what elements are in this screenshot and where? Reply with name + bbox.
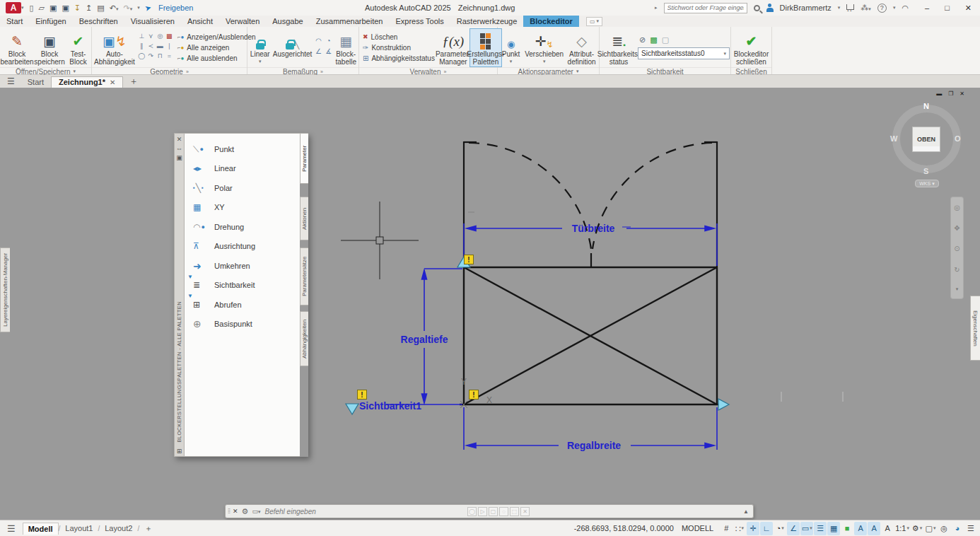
constraint-icons-grid[interactable]: ⊥⋎◎▩ ∥≺▬∣ ◯↷⊓=: [137, 28, 174, 67]
erstellungs-paletten-button[interactable]: Erstellungs-Paletten: [469, 28, 502, 67]
plot-icon[interactable]: ↧: [74, 4, 81, 13]
search-icon[interactable]: [754, 5, 760, 11]
navigation-bar[interactable]: ◎ ✥ ⊙ ↻ ▾: [950, 197, 964, 299]
alle-anzeigen-button[interactable]: ⌐●Alle anzeigen: [177, 44, 256, 52]
eigenschaften-tab[interactable]: Eigenschaften: [970, 296, 980, 361]
palette-properties-icon[interactable]: ▣: [176, 154, 182, 161]
tab-rasterwerkzeuge[interactable]: Rasterwerkzeuge: [450, 16, 524, 27]
polar-tracking-icon[interactable]: ◔▾: [774, 522, 786, 535]
tab-beschriften[interactable]: Beschriften: [73, 16, 124, 27]
close-button[interactable]: ✕: [965, 4, 972, 13]
space-indicator[interactable]: MODELL: [682, 524, 713, 532]
tab-visualisieren[interactable]: Visualisieren: [124, 16, 181, 27]
palette-item-ausrichtung[interactable]: ⊼ Ausrichtung: [185, 237, 300, 257]
graphics-performance-icon[interactable]: ◕: [951, 522, 964, 535]
autocad-logo[interactable]: A: [6, 2, 21, 13]
test-block-button[interactable]: ✔ Test-Block: [66, 28, 90, 67]
panel-label-aktionsparameter[interactable]: Aktionsparameter▾: [498, 67, 599, 76]
palette-item-abrufen[interactable]: ▼ ⊞ Abrufen: [185, 295, 300, 315]
open-file-icon[interactable]: ▱: [39, 4, 45, 13]
viewcube-top-face[interactable]: OBEN: [912, 127, 940, 152]
nav-zoom-icon[interactable]: ⊙: [954, 245, 959, 252]
search-history-icon[interactable]: ▸: [655, 5, 658, 11]
abhaengigkeitsstatus-button[interactable]: ⊞Abhängigkeitsstatus: [363, 54, 435, 62]
dim-label-regalbreite[interactable]: Regalbreite: [567, 440, 621, 451]
upload-icon[interactable]: ↥: [86, 4, 92, 13]
layout1-tab[interactable]: Layout1: [60, 523, 98, 534]
attributdefinition-button[interactable]: ◇ Attribut-definition: [566, 28, 597, 67]
palette-item-polar[interactable]: ▪╲▪ Polar: [185, 178, 300, 198]
share-label[interactable]: Freigeben: [158, 4, 194, 12]
ausgerichtet-button[interactable]: ╲ Ausgerichtet: [273, 28, 313, 67]
command-history-icon[interactable]: ▲: [743, 508, 749, 515]
constraint-warning-icons[interactable]: ! ! !: [358, 255, 479, 400]
command-prompt[interactable]: Befehl eingeben: [264, 508, 315, 515]
palette-close-icon[interactable]: ✕: [177, 136, 182, 143]
tab-ansicht[interactable]: Ansicht: [181, 16, 219, 27]
sichtbarkeitsstatus-button[interactable]: ≣▪ Sichtbarkeits-status: [601, 28, 636, 67]
nav-pan-icon[interactable]: ✥: [954, 224, 959, 232]
palette-item-sichtbarkeit[interactable]: ▼ ≣ Sichtbarkeit: [185, 276, 300, 296]
user-avatar-icon[interactable]: [766, 4, 774, 12]
block-speichern-button[interactable]: ▣ Block speichern: [34, 28, 65, 67]
palette-tab-parametersaetze[interactable]: Parametersätze: [300, 247, 308, 305]
viewcube-west[interactable]: W: [890, 134, 897, 143]
linear-bemassung-button[interactable]: Linear▾: [249, 28, 272, 67]
share-icon[interactable]: ➤: [144, 3, 152, 13]
transparency-icon[interactable]: ▦: [827, 522, 840, 535]
annotation-scale-icon[interactable]: A: [881, 522, 894, 535]
workspace-switch-icon[interactable]: ⚙▾: [911, 522, 923, 535]
notifications-icon[interactable]: ◠: [902, 4, 909, 13]
display-settings-icon[interactable]: ▢▾: [924, 522, 937, 535]
anzeigen-ausblenden-button[interactable]: ⌐●Anzeigen/Ausblenden: [177, 33, 256, 41]
user-menu-caret-icon[interactable]: ▾: [838, 5, 841, 11]
auto-abhaengigkeit-button[interactable]: ▣↯ Auto-Abhängigkeit: [93, 28, 136, 67]
konstruktion-button[interactable]: ✑Konstruktion: [363, 44, 435, 52]
nav-wheel-icon[interactable]: ◎: [954, 204, 960, 211]
selection-cycling-icon[interactable]: ■: [841, 522, 853, 535]
viewcube[interactable]: N W O S OBEN: [892, 105, 961, 173]
visibility-state-label[interactable]: Sichtbarkeit1: [359, 400, 421, 412]
dimension-icons-grid[interactable]: ◠◔∠∡: [314, 28, 334, 67]
help-caret-icon[interactable]: ▾: [893, 5, 896, 11]
help-icon[interactable]: ?: [877, 4, 887, 13]
annotation-scale-value[interactable]: 1:1▾: [894, 522, 910, 535]
palette-item-drehung[interactable]: ◠● Drehung: [185, 217, 300, 237]
customization-menu-icon[interactable]: ☰: [964, 522, 977, 535]
tab-start[interactable]: Start: [0, 16, 29, 27]
print-icon[interactable]: ▤: [97, 4, 104, 13]
connect-apps-icon[interactable]: ⁂▾: [861, 4, 871, 13]
close-drawing-tab-icon[interactable]: ✕: [110, 78, 115, 86]
palette-item-xy[interactable]: ▦ XY: [185, 198, 300, 218]
palette-item-punkt[interactable]: ⟍● Punkt: [185, 139, 300, 159]
viewport-minimize-icon[interactable]: ▬: [936, 91, 942, 97]
qat-customize-icon[interactable]: ▾: [137, 5, 140, 11]
ortho-mode-icon[interactable]: ∟: [760, 522, 773, 535]
palette-item-umkehren[interactable]: ➜ Umkehren: [185, 256, 300, 276]
grid-toggle-icon[interactable]: #: [720, 522, 733, 535]
panel-label-schliessen[interactable]: Schließen: [731, 67, 771, 76]
model-tab[interactable]: Modell: [23, 523, 59, 535]
tab-blockeditor[interactable]: Blockeditor: [523, 16, 579, 27]
palette-item-basispunkt[interactable]: ⊕ Basispunkt: [185, 315, 300, 334]
undo-icon[interactable]: ↶▾: [110, 4, 119, 13]
logo-caret-icon[interactable]: ▾: [21, 5, 24, 11]
palette-tab-abhaengigkeiten[interactable]: Abhängigkeiten: [300, 311, 308, 366]
new-drawing-tab-button[interactable]: ＋: [129, 75, 138, 88]
snap-toggle-icon[interactable]: ⸬▾: [733, 522, 746, 535]
tab-express-tools[interactable]: Express Tools: [389, 16, 450, 27]
blockeditor-schliessen-button[interactable]: ✔ Blockeditor schließen: [733, 28, 770, 67]
layout2-tab[interactable]: Layout2: [100, 523, 137, 534]
viewport-restore-icon[interactable]: ❐: [948, 91, 953, 97]
command-close-icon[interactable]: ✕: [233, 508, 238, 515]
new-file-icon[interactable]: ▯: [30, 4, 34, 13]
wcs-menu[interactable]: WKS▾: [915, 180, 939, 187]
layer-properties-manager-tab[interactable]: Layereigenschaften-Manager: [0, 247, 10, 332]
object-snap-tracking-icon[interactable]: ∠: [787, 522, 800, 535]
alle-ausblenden-button[interactable]: ⌐●Alle ausblenden: [177, 54, 256, 62]
panel-label-bemassung[interactable]: Bemaßung»: [247, 67, 358, 76]
annotation-visibility-icon[interactable]: A: [854, 522, 867, 535]
lineweight-icon[interactable]: ☰: [814, 522, 827, 535]
user-name[interactable]: DirkBrammertz: [780, 4, 832, 12]
file-tabs-menu-icon[interactable]: ☰: [7, 76, 15, 86]
